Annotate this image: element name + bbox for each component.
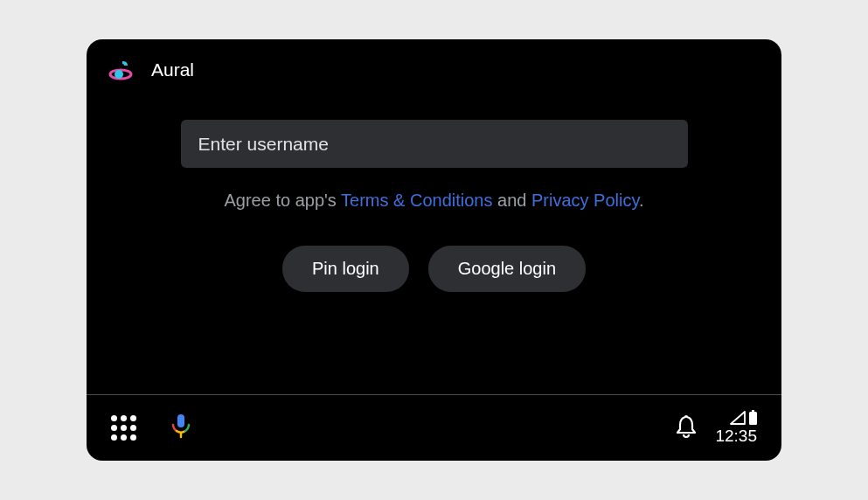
nav-bar: 12:35 (87, 395, 781, 461)
clock: 12:35 (715, 427, 757, 446)
signal-icon (730, 411, 746, 425)
app-logo-icon (108, 57, 134, 83)
svg-rect-5 (752, 410, 754, 413)
device-frame: Aural Agree to app's Terms & Conditions … (87, 39, 781, 461)
agreement-text: Agree to app's Terms & Conditions and Pr… (225, 191, 644, 211)
agreement-suffix: . (639, 191, 644, 210)
bell-icon[interactable] (675, 414, 698, 442)
battery-icon (749, 410, 757, 425)
nav-right: 12:35 (675, 410, 757, 446)
app-title: Aural (151, 59, 194, 80)
svg-rect-4 (749, 412, 757, 425)
main-content: Agree to app's Terms & Conditions and Pr… (87, 87, 781, 394)
pin-login-button[interactable]: Pin login (282, 246, 409, 292)
nav-left (111, 413, 191, 443)
agreement-prefix: Agree to app's (225, 191, 342, 210)
status-icons (730, 410, 757, 425)
apps-grid-icon[interactable] (111, 415, 136, 441)
login-button-row: Pin login Google login (282, 246, 586, 292)
app-header: Aural (87, 39, 781, 87)
terms-link[interactable]: Terms & Conditions (341, 191, 492, 210)
svg-rect-2 (177, 414, 184, 427)
username-input[interactable] (181, 120, 688, 168)
status-stack: 12:35 (715, 410, 757, 446)
agreement-middle: and (492, 191, 531, 210)
svg-point-1 (115, 70, 123, 79)
privacy-link[interactable]: Privacy Policy (531, 191, 639, 210)
mic-icon[interactable] (171, 413, 191, 443)
google-login-button[interactable]: Google login (428, 246, 586, 292)
